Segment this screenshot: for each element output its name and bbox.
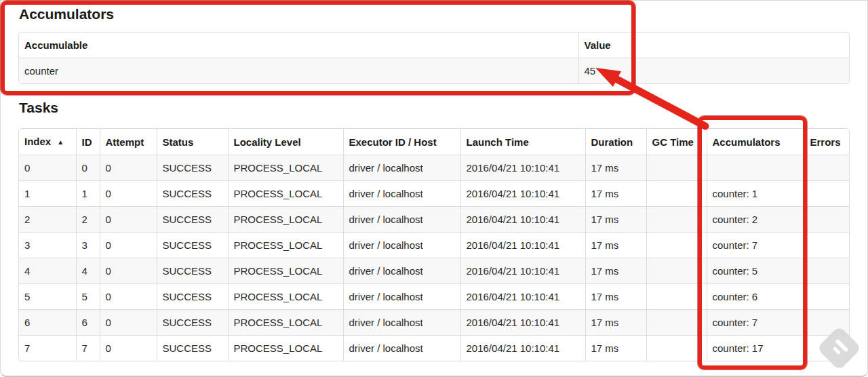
accumulators-section-title: Accumulators — [19, 6, 114, 22]
table-cell: counter: 5 — [707, 258, 804, 284]
table-cell: 0 — [100, 233, 157, 258]
table-row: 220SUCCESSPROCESS_LOCALdriver / localhos… — [19, 207, 849, 233]
spark-stage-detail-page: Accumulators AccumulableValue counter45 … — [0, 0, 868, 377]
table-body: counter45 — [19, 58, 849, 84]
table-cell: PROCESS_LOCAL — [228, 181, 343, 207]
table-cell: PROCESS_LOCAL — [228, 258, 343, 284]
table-cell: 4 — [19, 258, 76, 284]
table-cell: driver / localhost — [343, 181, 460, 207]
table-cell — [707, 155, 804, 181]
column-header[interactable]: Locality Level — [228, 129, 343, 155]
column-header[interactable]: Value — [578, 33, 849, 58]
table-cell: SUCCESS — [157, 233, 228, 258]
accumulators-table-grid: AccumulableValue counter45 — [19, 33, 849, 83]
column-header[interactable]: Index▲ — [19, 129, 76, 155]
table-cell: 5 — [76, 284, 100, 310]
column-header[interactable]: GC Time — [646, 129, 707, 155]
table-cell — [646, 258, 707, 284]
table-cell: SUCCESS — [157, 336, 228, 361]
table-cell: 0 — [100, 207, 157, 233]
tasks-section-title: Tasks — [19, 100, 58, 116]
table-cell: 2 — [19, 207, 76, 233]
table-cell: driver / localhost — [343, 284, 460, 310]
table-cell — [646, 310, 707, 336]
table-cell: 0 — [100, 258, 157, 284]
table-row: 660SUCCESSPROCESS_LOCALdriver / localhos… — [19, 310, 849, 336]
table-cell: 4 — [76, 258, 100, 284]
table-cell: PROCESS_LOCAL — [228, 233, 343, 258]
table-cell: SUCCESS — [157, 155, 228, 181]
table-cell: 7 — [19, 336, 76, 361]
table-cell: SUCCESS — [157, 258, 228, 284]
table-body: 000SUCCESSPROCESS_LOCALdriver / localhos… — [19, 155, 849, 361]
table-cell: 3 — [76, 233, 100, 258]
column-header[interactable]: Duration — [585, 129, 646, 155]
sort-ascending-icon: ▲ — [57, 138, 64, 146]
table-cell: 17 ms — [585, 207, 646, 233]
table-cell — [646, 155, 707, 181]
column-header[interactable]: Accumulators — [707, 129, 804, 155]
table-cell — [804, 181, 849, 207]
column-header[interactable]: Attempt — [100, 129, 157, 155]
table-cell — [804, 207, 849, 233]
table-cell — [646, 181, 707, 207]
table-cell: SUCCESS — [157, 284, 228, 310]
table-cell — [804, 155, 849, 181]
table-cell: 0 — [76, 155, 100, 181]
table-cell — [646, 336, 707, 361]
table-cell: PROCESS_LOCAL — [228, 207, 343, 233]
column-header[interactable]: Errors — [804, 129, 849, 155]
table-cell: 6 — [19, 310, 76, 336]
table-cell: SUCCESS — [157, 310, 228, 336]
table-cell: driver / localhost — [343, 258, 460, 284]
table-cell: 2016/04/21 10:10:41 — [460, 336, 585, 361]
table-cell: 17 ms — [585, 181, 646, 207]
table-cell: 0 — [100, 181, 157, 207]
table-cell: 0 — [100, 336, 157, 361]
table-cell: 2016/04/21 10:10:41 — [460, 233, 585, 258]
table-cell — [646, 284, 707, 310]
table-cell — [646, 207, 707, 233]
table-cell: 0 — [100, 155, 157, 181]
table-cell — [804, 233, 849, 258]
table-cell: 5 — [19, 284, 76, 310]
table-row: counter45 — [19, 58, 849, 84]
table-cell: PROCESS_LOCAL — [228, 155, 343, 181]
table-cell: 3 — [19, 233, 76, 258]
table-cell: 2016/04/21 10:10:41 — [460, 181, 585, 207]
watermark-glyph — [833, 346, 842, 355]
table-cell: counter — [19, 58, 578, 84]
table-cell: counter: 6 — [707, 284, 804, 310]
column-header[interactable]: Accumulable — [19, 33, 578, 58]
table-cell: counter: 7 — [707, 310, 804, 336]
table-row: 000SUCCESSPROCESS_LOCALdriver / localhos… — [19, 155, 849, 181]
column-header[interactable]: Status — [157, 129, 228, 155]
table-cell: counter: 7 — [707, 233, 804, 258]
table-cell: driver / localhost — [343, 207, 460, 233]
table-cell: 2016/04/21 10:10:41 — [460, 310, 585, 336]
table-cell: counter: 17 — [707, 336, 804, 361]
table-cell: PROCESS_LOCAL — [228, 310, 343, 336]
table-cell: 0 — [100, 284, 157, 310]
table-cell — [804, 284, 849, 310]
table-cell: 2 — [76, 207, 100, 233]
tasks-table-grid: Index▲IDAttemptStatusLocality LevelExecu… — [19, 129, 849, 361]
table-row: 110SUCCESSPROCESS_LOCALdriver / localhos… — [19, 181, 849, 207]
table-cell: 2016/04/21 10:10:41 — [460, 284, 585, 310]
tasks-table: Index▲IDAttemptStatusLocality LevelExecu… — [18, 128, 850, 361]
table-cell: 1 — [76, 181, 100, 207]
table-cell: SUCCESS — [157, 207, 228, 233]
table-cell: 0 — [19, 155, 76, 181]
column-header[interactable]: Launch Time — [460, 129, 585, 155]
column-header[interactable]: ID — [76, 129, 100, 155]
table-row: 330SUCCESSPROCESS_LOCALdriver / localhos… — [19, 233, 849, 258]
table-cell: 17 ms — [585, 284, 646, 310]
table-row: 770SUCCESSPROCESS_LOCALdriver / localhos… — [19, 336, 849, 361]
column-header[interactable]: Executor ID / Host — [343, 129, 460, 155]
table-cell: SUCCESS — [157, 181, 228, 207]
table-cell: PROCESS_LOCAL — [228, 284, 343, 310]
table-cell: 2016/04/21 10:10:41 — [460, 258, 585, 284]
table-cell: 45 — [578, 58, 849, 84]
table-cell: driver / localhost — [343, 310, 460, 336]
table-cell: driver / localhost — [343, 155, 460, 181]
